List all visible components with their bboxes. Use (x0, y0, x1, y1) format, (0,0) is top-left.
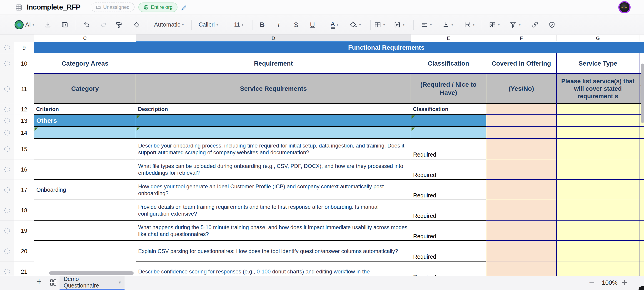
row-number-10[interactable]: 10 (14, 53, 34, 74)
toggle-side-panel-button[interactable] (61, 15, 69, 34)
row-drag-handle[interactable] (4, 118, 10, 124)
cell-e11[interactable]: (Required / Nice to Have) (416, 74, 480, 104)
cell-d10[interactable]: Requirement (136, 53, 411, 74)
horizontal-scrollbar-thumb[interactable] (49, 271, 134, 275)
cell-d15[interactable]: Describe your onboarding process, includ… (138, 139, 408, 159)
cell-g11[interactable]: Please list service(s) that will cover s… (558, 74, 638, 104)
folder-badge-label: Unassigned (103, 4, 130, 10)
cell-c13[interactable]: Others (34, 115, 136, 126)
cell-g10[interactable]: Service Type (556, 53, 639, 74)
row-number-15[interactable]: 15 (14, 139, 34, 159)
user-avatar[interactable] (618, 1, 630, 13)
cell-d18[interactable]: Provide details on team training require… (138, 200, 408, 221)
toolbar-divider (323, 20, 323, 30)
row-number-17[interactable]: 17 (14, 180, 34, 200)
row-number-18[interactable]: 18 (14, 200, 34, 221)
cell-d19[interactable]: What happens during the 5-10 minute trai… (138, 221, 408, 241)
cell-e20[interactable]: Required (411, 241, 486, 261)
italic-button[interactable]: I (278, 15, 280, 34)
row-drag-handle[interactable] (4, 228, 10, 234)
tab-demo-questionnaire[interactable]: Demo Questionnaire ▾ (60, 276, 124, 290)
zoom-in-button[interactable]: + (622, 277, 628, 288)
column-f-yes-no-cells[interactable] (486, 104, 556, 276)
font-family-dropdown[interactable]: Calibri ▾ (198, 15, 218, 34)
row-drag-handle[interactable] (4, 269, 10, 274)
number-format-dropdown[interactable]: Automatic ▾ (154, 15, 184, 34)
row-number-12[interactable]: 12 (14, 104, 34, 115)
cell-e16[interactable]: Required (411, 159, 486, 180)
filter-button[interactable]: ▾ (509, 15, 521, 34)
column-header-c[interactable]: C (34, 34, 136, 42)
cell-c11[interactable]: Category (34, 74, 136, 104)
add-sheet-button[interactable]: + (36, 277, 42, 287)
undo-button[interactable] (82, 15, 90, 34)
row-drag-handle[interactable] (4, 130, 10, 136)
row-number-13[interactable]: 13 (14, 115, 34, 127)
column-header-f[interactable]: F (486, 34, 556, 42)
insert-link-button[interactable] (531, 15, 539, 34)
folder-badge[interactable]: Unassigned (91, 2, 134, 12)
merge-cells-button[interactable]: ▾ (393, 15, 405, 34)
borders-button[interactable]: ▾ (374, 15, 385, 34)
edit-title-icon[interactable] (180, 4, 188, 11)
cell-c15-c19-category[interactable]: Onboarding (34, 139, 136, 241)
row-drag-handle[interactable] (4, 249, 10, 254)
cell-e18[interactable]: Required (411, 200, 486, 221)
column-header-g[interactable]: G (556, 34, 639, 42)
vertical-scrollbar-thumb[interactable] (641, 64, 644, 123)
sheet-list-icon[interactable] (49, 279, 57, 287)
font-size-dropdown[interactable]: 11 ▾ (234, 15, 244, 34)
strikethrough-button[interactable]: S (294, 15, 298, 34)
row-number-11[interactable]: 11 (14, 74, 34, 104)
row-drag-handle[interactable] (4, 208, 10, 213)
redo-button[interactable] (100, 15, 108, 34)
row-drag-handle[interactable] (4, 45, 10, 50)
cell-e19[interactable]: Required (411, 221, 486, 241)
fill-color-button[interactable]: ▾ (349, 15, 361, 34)
cell-d12[interactable]: Description (136, 104, 411, 114)
row-drag-handle[interactable] (4, 86, 10, 92)
text-wrap-button[interactable]: ▾ (463, 15, 475, 34)
cell-d17[interactable]: How does your tool generate an Ideal Cus… (138, 180, 408, 200)
ai-menu-button[interactable]: AI ▾ (14, 15, 34, 34)
row-number-19[interactable]: 19 (14, 221, 34, 241)
vertical-align-button[interactable]: ▾ (442, 15, 453, 34)
protect-sheet-button[interactable] (548, 15, 556, 34)
row-number-16[interactable]: 16 (14, 159, 34, 180)
paint-format-button[interactable] (115, 15, 123, 34)
banner-row-functional-requirements[interactable]: Functional Requirements (34, 42, 644, 53)
row-number-9[interactable]: 9 (14, 42, 34, 53)
cell-c10[interactable]: Category Areas (34, 53, 136, 74)
row-number-20[interactable]: 20 (14, 241, 34, 261)
cell-d11[interactable]: Service Requirements (136, 74, 411, 104)
cell-f11[interactable]: (Yes/No) (486, 74, 556, 104)
column-header-e[interactable]: E (411, 34, 486, 42)
table-style-button[interactable]: ▾ (488, 15, 500, 34)
cell-e15[interactable]: Required (411, 139, 486, 159)
download-button[interactable] (44, 15, 52, 34)
zoom-out-button[interactable]: − (589, 277, 595, 288)
horizontal-align-button[interactable]: ▾ (420, 15, 432, 34)
cell-e17[interactable]: Required (411, 180, 486, 200)
bold-button[interactable]: B (260, 15, 265, 34)
row-14-empty-band[interactable] (34, 127, 486, 139)
underline-button[interactable]: U (310, 15, 315, 34)
eraser-button[interactable] (133, 15, 140, 34)
column-header-d[interactable]: D (136, 34, 411, 42)
row-drag-handle[interactable] (4, 187, 10, 193)
cell-f10[interactable]: Covered in Offering (486, 53, 556, 74)
cell-d16[interactable]: What file types can be uploaded during o… (138, 159, 408, 180)
row-drag-handle[interactable] (4, 167, 10, 172)
cell-c12[interactable]: Criterion (34, 104, 136, 114)
cell-d20[interactable]: Explain CSV parsing for questionnaires: … (138, 241, 408, 261)
text-color-button[interactable]: A ▾ (331, 15, 338, 34)
cell-e12[interactable]: Classification (411, 104, 486, 114)
row-drag-handle[interactable] (4, 146, 10, 152)
column-g-service-cells[interactable] (556, 104, 639, 276)
share-scope-badge[interactable]: Entire org (138, 2, 178, 12)
toolbar-divider (147, 20, 147, 30)
row-drag-handle[interactable] (4, 107, 10, 112)
cell-e10[interactable]: Classification (411, 53, 486, 74)
row-number-14[interactable]: 14 (14, 127, 34, 139)
row-drag-handle[interactable] (4, 61, 10, 66)
